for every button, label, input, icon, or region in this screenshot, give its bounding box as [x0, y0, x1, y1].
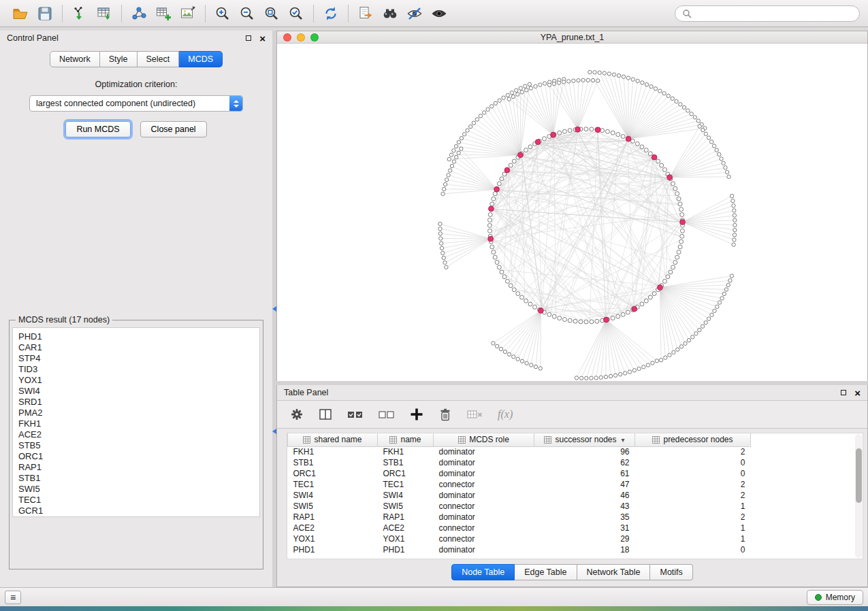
cell-shared_name[interactable]: STB1 [288, 457, 378, 468]
network-node[interactable] [704, 132, 707, 135]
column-header-shared-name[interactable]: shared name [288, 433, 378, 446]
network-node[interactable] [584, 320, 588, 324]
network-node[interactable] [520, 295, 524, 299]
network-node[interactable] [726, 283, 730, 286]
network-node[interactable] [525, 88, 528, 92]
network-node[interactable] [455, 155, 458, 159]
network-node[interactable] [707, 136, 710, 139]
network-node[interactable] [590, 320, 594, 324]
network-node[interactable] [720, 297, 724, 300]
network-node[interactable] [539, 367, 542, 370]
window-close-light[interactable] [283, 33, 291, 42]
network-node[interactable] [733, 233, 736, 237]
network-node[interactable] [534, 365, 537, 368]
network-node[interactable] [662, 92, 666, 95]
network-node[interactable] [499, 347, 502, 350]
network-node[interactable] [598, 71, 601, 74]
network-node[interactable] [488, 229, 492, 233]
cell-role[interactable]: dominator [434, 490, 534, 501]
network-node[interactable] [490, 202, 494, 206]
mcds-result-list[interactable]: PHD1CAR1STP4TID3YOX1SWI4SRD1PMA2FKH1ACE2… [12, 327, 260, 517]
network-node[interactable] [500, 270, 504, 274]
dropdown-stepper-icon[interactable] [229, 96, 242, 111]
network-node[interactable] [500, 177, 504, 181]
network-node[interactable] [730, 274, 733, 278]
memory-button[interactable]: Memory [807, 590, 863, 605]
network-node[interactable] [696, 119, 700, 122]
network-node[interactable] [644, 148, 648, 152]
network-node[interactable] [666, 275, 670, 279]
network-node[interactable] [680, 229, 684, 233]
network-node[interactable] [443, 182, 447, 186]
network-node[interactable] [516, 357, 519, 361]
cell-successors[interactable]: 35 [534, 512, 635, 523]
network-node[interactable] [669, 270, 673, 274]
network-node[interactable] [654, 87, 657, 90]
network-window-titlebar[interactable]: YPA_prune.txt_1 [277, 31, 867, 44]
network-node[interactable] [590, 376, 593, 380]
cell-predecessors[interactable]: 0 [635, 457, 751, 468]
network-node[interactable] [710, 313, 713, 316]
network-node[interactable] [439, 242, 443, 245]
cell-role[interactable]: connector [434, 523, 534, 533]
network-node[interactable] [676, 348, 679, 351]
network-node[interactable] [630, 139, 634, 143]
network-node[interactable] [512, 159, 516, 163]
network-node[interactable] [593, 71, 596, 74]
mcds-hub-node[interactable] [632, 306, 637, 312]
network-node[interactable] [623, 371, 626, 375]
cell-predecessors[interactable]: 2 [635, 479, 751, 490]
search-input[interactable] [696, 9, 852, 18]
network-node[interactable] [552, 314, 556, 318]
mcds-hub-node[interactable] [517, 152, 523, 158]
network-node[interactable] [495, 261, 499, 265]
network-node[interactable] [524, 84, 527, 88]
cell-role[interactable]: dominator [434, 468, 534, 479]
network-node[interactable] [602, 71, 606, 75]
network-node[interactable] [479, 114, 482, 118]
hide-details-button[interactable] [402, 3, 427, 24]
cell-predecessors[interactable]: 2 [635, 512, 751, 523]
cell-shared_name[interactable]: SWI4 [288, 490, 378, 501]
mcds-hub-node[interactable] [535, 139, 541, 145]
network-node[interactable] [662, 279, 666, 283]
network-node[interactable] [694, 332, 698, 335]
network-node[interactable] [641, 81, 644, 84]
network-node[interactable] [520, 90, 524, 94]
network-node[interactable] [443, 261, 447, 264]
network-node[interactable] [439, 237, 443, 240]
network-node[interactable] [445, 265, 448, 269]
zoom-selected-button[interactable] [284, 3, 308, 24]
open-session-button[interactable] [8, 3, 33, 24]
network-node[interactable] [652, 292, 656, 296]
network-node[interactable] [648, 295, 652, 299]
network-node[interactable] [679, 103, 682, 106]
network-node[interactable] [637, 367, 641, 370]
cell-successors[interactable]: 31 [534, 523, 635, 533]
network-node[interactable] [524, 148, 528, 152]
network-node[interactable] [679, 240, 684, 244]
network-node[interactable] [640, 145, 644, 149]
network-node[interactable] [645, 83, 648, 86]
network-node[interactable] [662, 167, 666, 171]
network-node[interactable] [686, 109, 690, 112]
float-panel-icon[interactable] [246, 35, 251, 41]
network-node[interactable] [715, 148, 718, 152]
tab-edge-table[interactable]: Edge Table [515, 564, 577, 580]
network-node[interactable] [528, 145, 532, 149]
network-graph[interactable] [277, 44, 867, 381]
window-minimize-light[interactable] [297, 33, 305, 42]
network-node[interactable] [507, 97, 511, 101]
network-node[interactable] [512, 288, 516, 292]
network-node[interactable] [622, 75, 625, 78]
network-node[interactable] [510, 91, 513, 95]
network-node[interactable] [616, 133, 620, 137]
network-node[interactable] [617, 73, 620, 77]
network-node[interactable] [547, 312, 551, 316]
network-canvas[interactable] [277, 44, 867, 381]
network-node[interactable] [611, 316, 615, 320]
list-item[interactable]: SWI5 [18, 484, 259, 495]
table-row[interactable]: ACE2ACE2connector311 [288, 523, 863, 533]
network-node[interactable] [651, 361, 654, 365]
network-node[interactable] [693, 116, 696, 119]
